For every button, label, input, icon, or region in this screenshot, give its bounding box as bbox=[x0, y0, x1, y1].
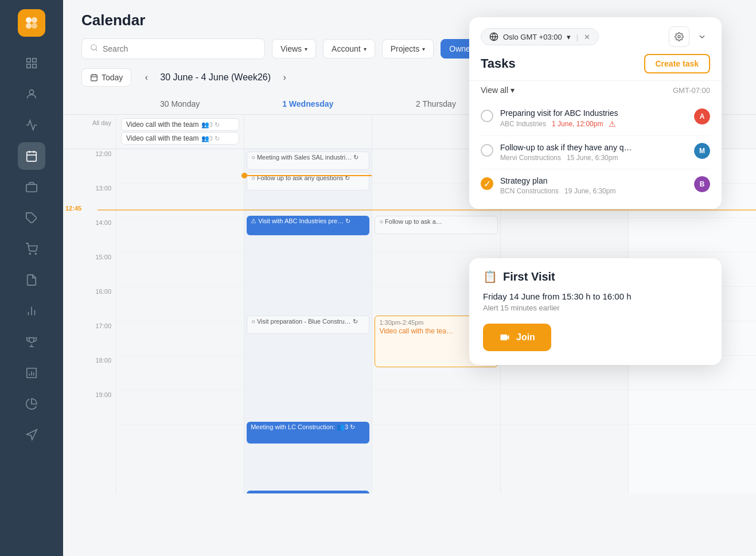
gmt-label: GMT-07:00 bbox=[673, 86, 710, 95]
svg-point-1 bbox=[32, 17, 37, 23]
sidebar-item-bar-chart[interactable] bbox=[18, 359, 45, 387]
sidebar-item-calendar[interactable] bbox=[18, 142, 45, 170]
views-button[interactable]: Views ▾ bbox=[272, 39, 316, 59]
task-meta-2: Mervi Constructions 15 June, 6:30pm bbox=[500, 154, 687, 162]
time-1500: 15:00 bbox=[81, 252, 116, 287]
sidebar-item-activity[interactable] bbox=[18, 111, 45, 139]
chevron-down-icon: ▾ bbox=[511, 85, 515, 95]
current-time-label: 12:45 bbox=[65, 205, 81, 212]
task-checkbox-3[interactable]: ✓ bbox=[481, 177, 493, 190]
task-name-1: Preparing visit for ABC Industries bbox=[500, 108, 687, 118]
globe-icon bbox=[489, 32, 498, 41]
svg-rect-7 bbox=[33, 64, 36, 68]
event-followup-thursday[interactable]: ○ Follow up to ask a… bbox=[375, 216, 497, 234]
time-1300: 13:00 bbox=[81, 184, 116, 218]
sidebar-item-person[interactable] bbox=[18, 80, 45, 108]
event-visit-prep[interactable]: ○ Visit preparation - Blue Constru… ↻ bbox=[247, 316, 369, 334]
visit-panel-title: First Visit bbox=[503, 270, 555, 283]
task-item-2[interactable]: Follow-up to ask if they have any q… Mer… bbox=[481, 136, 710, 169]
time-1400: 14:00 bbox=[81, 218, 116, 252]
tasks-panel-header: Oslo GMT +03:00 ▾ | ✕ Tasks Create task bbox=[469, 17, 722, 81]
task-avatar-3: B bbox=[694, 176, 710, 192]
panel-actions bbox=[669, 26, 710, 47]
sidebar-item-trophy[interactable] bbox=[18, 328, 45, 356]
task-item-1[interactable]: Preparing visit for ABC Industries ABC I… bbox=[481, 102, 710, 136]
task-checkbox-2[interactable] bbox=[481, 144, 493, 157]
join-button[interactable]: Join bbox=[483, 324, 551, 351]
time-1600: 16:00 bbox=[81, 287, 116, 321]
task-avatar-2: M bbox=[694, 143, 710, 159]
task-info-3: Strategy plan BCN Constructions 19 June,… bbox=[500, 176, 687, 195]
task-item-3[interactable]: ✓ Strategy plan BCN Constructions 19 Jun… bbox=[481, 169, 710, 202]
svg-rect-4 bbox=[27, 59, 30, 62]
visit-info: Friday 14 June from 15:30 h to 16:00 h bbox=[483, 291, 708, 301]
event-abc-visit[interactable]: ⚠ Visit with ABC Industries pre… ↻ bbox=[247, 216, 369, 235]
sidebar bbox=[0, 0, 63, 556]
tasks-panel-title: Tasks bbox=[481, 56, 516, 71]
svg-rect-27 bbox=[91, 75, 98, 81]
calendar-visit-icon: 📋 bbox=[483, 270, 497, 283]
search-icon bbox=[90, 44, 98, 54]
svg-point-3 bbox=[32, 23, 37, 29]
prev-week-button[interactable]: ‹ bbox=[138, 69, 154, 85]
search-box[interactable] bbox=[81, 38, 265, 59]
task-avatar-1: A bbox=[694, 108, 710, 125]
task-date-3: 19 June, 6:30pm bbox=[564, 187, 615, 195]
svg-rect-6 bbox=[27, 64, 30, 68]
svg-point-15 bbox=[29, 253, 30, 254]
day-col-wednesday: ○ Meeting with Sales SAL industri… ↻ ○ F… bbox=[244, 149, 372, 493]
sidebar-item-tag[interactable] bbox=[18, 204, 45, 232]
allday-event-1[interactable]: Video call with the team 👥3 ↻ bbox=[121, 118, 239, 131]
task-info-2: Follow-up to ask if they have any q… Mer… bbox=[500, 143, 687, 162]
task-list: Preparing visit for ABC Industries ABC I… bbox=[469, 97, 722, 209]
time-1200: 12:00 bbox=[81, 149, 116, 184]
sidebar-item-chart2[interactable] bbox=[18, 390, 45, 418]
task-company-3: BCN Constructions bbox=[500, 187, 559, 195]
task-company-1: ABC Industries bbox=[500, 120, 546, 128]
event-stark-meeting[interactable]: Meeting with Stark Industries 👥3 ↻ bbox=[247, 491, 369, 493]
task-meta-1: ABC Industries 1 June, 12:00pm ⚠ bbox=[500, 119, 687, 129]
svg-point-25 bbox=[91, 45, 96, 50]
sidebar-item-chart[interactable] bbox=[18, 297, 45, 325]
create-task-button[interactable]: Create task bbox=[644, 54, 711, 73]
sidebar-item-briefcase[interactable] bbox=[18, 173, 45, 201]
task-name-3: Strategy plan bbox=[500, 176, 687, 185]
sidebar-item-document[interactable] bbox=[18, 266, 45, 294]
week-navigator: ‹ 30 June - 4 June (Week26) › bbox=[138, 69, 293, 85]
svg-rect-9 bbox=[27, 152, 37, 162]
task-checkbox-1[interactable] bbox=[481, 110, 493, 122]
tasks-panel-top: Oslo GMT +03:00 ▾ | ✕ bbox=[481, 26, 710, 47]
close-timezone-icon[interactable]: ✕ bbox=[584, 33, 590, 41]
gear-icon bbox=[675, 32, 684, 41]
sidebar-item-megaphone[interactable] bbox=[18, 421, 45, 449]
chevron-down-icon bbox=[697, 32, 707, 41]
sidebar-item-grid[interactable] bbox=[18, 49, 45, 77]
today-button[interactable]: Today bbox=[81, 68, 131, 87]
sidebar-item-cart[interactable] bbox=[18, 235, 45, 263]
search-input[interactable] bbox=[103, 44, 256, 53]
chevron-down-icon: ▾ bbox=[364, 46, 367, 52]
task-info-1: Preparing visit for ABC Industries ABC I… bbox=[500, 108, 687, 129]
view-all-row: View all ▾ GMT-07:00 bbox=[469, 81, 722, 97]
projects-button[interactable]: Projects ▾ bbox=[382, 39, 434, 59]
day-col-monday bbox=[116, 149, 244, 493]
time-1800: 18:00 bbox=[81, 356, 116, 390]
event-sales-meeting[interactable]: ○ Meeting with Sales SAL industri… ↻ bbox=[247, 151, 369, 170]
svg-point-16 bbox=[35, 253, 36, 254]
task-company-2: Mervi Constructions bbox=[500, 154, 561, 162]
timezone-selector[interactable]: Oslo GMT +03:00 ▾ | ✕ bbox=[481, 28, 599, 45]
panel-collapse-button[interactable] bbox=[694, 29, 710, 45]
chevron-down-icon: ▾ bbox=[305, 46, 307, 52]
app-logo[interactable] bbox=[18, 9, 45, 37]
visit-panel: 📋 First Visit Friday 14 June from 15:30 … bbox=[469, 258, 722, 365]
visit-alert: Alert 15 minutes earlier bbox=[483, 304, 708, 312]
next-week-button[interactable]: › bbox=[276, 69, 293, 85]
event-lc-meeting[interactable]: Meeting with LC Construction: 👥3 ↻ bbox=[247, 422, 369, 444]
settings-button[interactable] bbox=[669, 26, 689, 47]
allday-event-2[interactable]: Video call with the team 👥3 ↻ bbox=[121, 132, 239, 145]
account-button[interactable]: Account ▾ bbox=[323, 39, 375, 59]
allday-label: All day bbox=[81, 115, 116, 149]
timezone-label: Oslo GMT +03:00 bbox=[503, 33, 562, 41]
visit-panel-header: 📋 First Visit bbox=[483, 270, 708, 283]
view-all-button[interactable]: View all ▾ bbox=[481, 85, 515, 95]
